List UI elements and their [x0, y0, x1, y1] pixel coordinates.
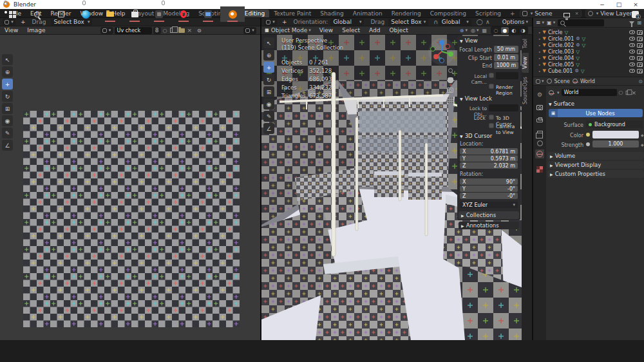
- clip-start-field[interactable]: 0.01 m: [494, 54, 518, 61]
- overlays-dropdown[interactable]: ◎ ▾: [471, 28, 479, 33]
- xray-toggle-icon[interactable]: ▦: [482, 28, 487, 33]
- volume-panel-header[interactable]: ▶ Volume: [547, 152, 644, 160]
- pin-icon[interactable]: ⊙: [197, 28, 202, 33]
- image-users-button[interactable]: 8: [153, 27, 161, 34]
- strength-slider[interactable]: 1.000: [592, 140, 639, 148]
- tab-view-layer[interactable]: [535, 128, 544, 137]
- cursor-loc-x-field[interactable]: X 0.6781 m: [460, 148, 518, 155]
- render-visibility-icon[interactable]: [637, 43, 643, 48]
- collections-panel-header[interactable]: ▶ Collections: [459, 211, 519, 219]
- to-3d-cursor-checkbox[interactable]: [489, 115, 494, 120]
- unlink-world-icon[interactable]: ×: [632, 90, 637, 96]
- mode-dropdown[interactable]: Object Mode ▾: [271, 27, 311, 33]
- notification-center-icon[interactable]: 1: [632, 11, 639, 18]
- uv-menu-view[interactable]: View: [0, 27, 23, 33]
- pin-id-icon[interactable]: ⊙: [638, 79, 643, 84]
- hide-eye-icon[interactable]: [629, 69, 635, 73]
- taskbar-search-button[interactable]: [24, 6, 49, 22]
- shading-solid-icon[interactable]: ●: [501, 27, 509, 33]
- taskbar-edge[interactable]: [73, 6, 98, 22]
- minimize-button[interactable]: −: [594, 0, 611, 9]
- uv-menu-image[interactable]: Image: [23, 27, 50, 33]
- vp-menu-view[interactable]: View: [315, 27, 337, 33]
- render-visibility-icon[interactable]: [637, 56, 643, 61]
- workspace-tab-animation[interactable]: Animation: [348, 10, 387, 17]
- camera-view-icon[interactable]: [447, 88, 453, 93]
- sidebar-tab-tool[interactable]: Tool: [522, 35, 529, 53]
- tab-tool[interactable]: ⚙: [535, 90, 544, 99]
- options-dropdown[interactable]: Options ▾: [502, 19, 528, 25]
- cursor-rot-x-field[interactable]: X 90°: [460, 178, 518, 185]
- tab-texture[interactable]: [535, 165, 544, 174]
- outliner-row-circle-001[interactable]: • ▼ Circle.001 ⚙ ▽: [533, 35, 644, 42]
- viewport-editor-type-button[interactable]: ▾: [264, 19, 277, 26]
- network-icon[interactable]: [564, 13, 570, 17]
- new-collection-icon[interactable]: ⊞: [637, 20, 641, 26]
- view-panel-header[interactable]: ▼ View: [457, 36, 520, 45]
- render-region-checkbox[interactable]: [489, 84, 494, 89]
- cursor-panel-header[interactable]: ▼ 3D Cursor: [457, 131, 495, 140]
- sidebar-tab-sourceops[interactable]: SourceOps: [522, 73, 529, 108]
- breadcrumb-world[interactable]: World: [580, 79, 595, 84]
- outliner-display-mode-dropdown[interactable]: ≡ ▾: [536, 19, 544, 26]
- render-visibility-icon[interactable]: [637, 50, 643, 54]
- image-name-field[interactable]: Uv check: [115, 27, 152, 34]
- open-image-icon[interactable]: [178, 28, 185, 33]
- keyframe-decorator-icon[interactable]: ◆: [641, 133, 644, 137]
- hide-eye-icon[interactable]: [629, 43, 635, 47]
- snap-target-dropdown[interactable]: Global ▾: [439, 19, 471, 26]
- proportional-falloff-icon[interactable]: ∧: [486, 19, 490, 25]
- task-view-button[interactable]: [49, 6, 73, 22]
- outliner-filter-id-dropdown[interactable]: ▣ ▾: [547, 20, 555, 26]
- vp-menu-add[interactable]: Add: [365, 27, 384, 33]
- focal-length-field[interactable]: 50 mm: [494, 46, 518, 53]
- render-visibility-icon[interactable]: [637, 69, 643, 73]
- hide-eye-icon[interactable]: [629, 37, 635, 41]
- tab-output[interactable]: [535, 116, 544, 125]
- uv-tool-cursor[interactable]: ⊕: [2, 66, 13, 77]
- scene-selector[interactable]: ▾ Scene ×: [520, 10, 582, 17]
- outliner-row-circle-004[interactable]: • ▼ Circle.004 ▽: [533, 55, 644, 61]
- surface-shader-dropdown[interactable]: Background: [586, 120, 643, 128]
- uv-tool-select-box[interactable]: ↖: [2, 54, 13, 65]
- workspace-tab-rendering[interactable]: Rendering: [387, 10, 426, 17]
- view-lock-header[interactable]: ▼ View Lock: [457, 94, 495, 103]
- pan-hand-icon[interactable]: [448, 77, 453, 83]
- unlink-image-icon[interactable]: ×: [187, 27, 193, 33]
- gizmo-dropdown[interactable]: ⊕ ▾: [460, 28, 468, 33]
- vp-menu-select[interactable]: Select: [337, 27, 365, 33]
- taskbar-store[interactable]: [122, 6, 147, 22]
- orthographic-grid-icon[interactable]: [448, 97, 453, 103]
- uv-tool-move[interactable]: +: [2, 79, 13, 90]
- outliner-row-cube-001[interactable]: • ▼ Cube.001 ⚙ ▽: [533, 68, 644, 74]
- cursor-rot-z-field[interactable]: Z -0°: [460, 193, 518, 199]
- sidebar-tab-view[interactable]: View: [522, 53, 529, 73]
- workspace-tab-shading[interactable]: Shading: [316, 10, 348, 17]
- local-camera-checkbox[interactable]: [489, 73, 494, 78]
- lock-to-object-field[interactable]: [489, 104, 518, 111]
- add-workspace-button[interactable]: +: [506, 10, 520, 17]
- camera-to-view-checkbox[interactable]: [489, 123, 494, 128]
- render-visibility-icon[interactable]: [637, 37, 643, 41]
- taskbar-blender-active[interactable]: [220, 6, 245, 22]
- local-camera-field[interactable]: [496, 72, 518, 79]
- proportional-editing-icon[interactable]: ◯: [477, 19, 483, 25]
- cursor-loc-y-field[interactable]: Y 0.5973 m: [460, 155, 518, 162]
- surface-panel-header[interactable]: ▼ Surface: [546, 99, 577, 108]
- use-nodes-button[interactable]: Use Nodes: [558, 109, 643, 117]
- vp-tool-rotate[interactable]: ↻: [263, 74, 274, 85]
- filter-funnel-icon[interactable]: [629, 21, 634, 24]
- vp-tool-measure[interactable]: ∠: [263, 123, 274, 134]
- uv-tool-transform[interactable]: ◉: [2, 115, 13, 126]
- tab-world-active[interactable]: [535, 149, 544, 158]
- uv-canvas[interactable]: ↖ ⊕ + ↻ ⊞ ◉ ✎ ∠: [0, 35, 260, 340]
- annotations-panel-header[interactable]: ▶ Annotations: [459, 222, 519, 229]
- taskbar-photos[interactable]: [196, 6, 220, 22]
- uv-tool-scale[interactable]: ⊞: [2, 103, 13, 114]
- orientation-dropdown[interactable]: Global ▾: [330, 19, 364, 26]
- breadcrumb-scene[interactable]: Scene: [554, 79, 570, 84]
- vp-tool-cursor[interactable]: ⊕: [263, 50, 274, 61]
- snap-magnet-icon[interactable]: ∩: [433, 19, 438, 25]
- cursor-rot-y-field[interactable]: Y -0°: [460, 186, 518, 192]
- viewport-display-panel-header[interactable]: ▶ Viewport Display: [547, 161, 644, 169]
